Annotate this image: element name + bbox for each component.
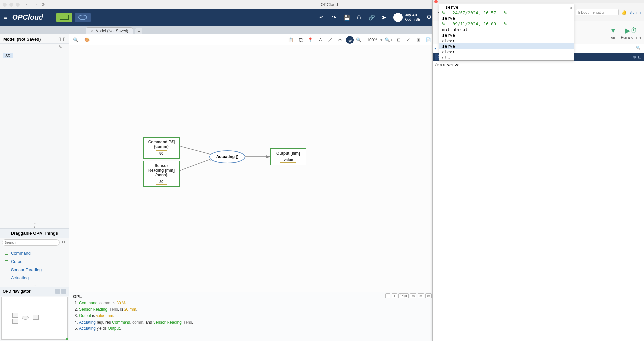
node-command-title: Command [%] {comm} (147, 140, 176, 149)
node-command[interactable]: Command [%] {comm} 80 (143, 137, 180, 159)
path-dropdown-icon[interactable]: ▾ (434, 46, 436, 51)
grid-icon[interactable]: ⊞ (414, 36, 422, 44)
history-line[interactable]: %-- 09/11/2024, 16:09 --% (439, 21, 574, 27)
collapse-handle-2[interactable]: ⌄ (0, 284, 69, 287)
close-dot[interactable] (3, 3, 7, 7)
minimap[interactable] (1, 297, 68, 340)
command-window[interactable]: fx >> (433, 61, 644, 341)
user-name: Joy Au (405, 13, 420, 17)
thing-item-output[interactable]: Output (0, 257, 69, 266)
palette-icon[interactable]: 🎨 (83, 36, 91, 44)
ribbon-on[interactable]: ▾ on (611, 26, 615, 39)
node-sensor[interactable]: Sensor Reading [mm] {sens} 20 (143, 161, 180, 187)
signin-link[interactable]: Sign In (630, 10, 641, 14)
node-sensor-title: Sensor Reading [mm] {sens} (147, 163, 176, 177)
history-line[interactable]: matlabroot (439, 27, 574, 32)
search-canvas-icon[interactable]: 🔍 (72, 36, 80, 44)
gear-icon[interactable]: ⚙ (426, 14, 432, 21)
panel-header-icons: ▯ ▯ (58, 36, 66, 42)
canvas[interactable]: Command [%] {comm} 80 Sensor Reading [mm… (69, 45, 435, 292)
model-tab[interactable]: × Model (Not Saved) (86, 27, 133, 34)
history-popup[interactable]: ⊗ –serve%-- 24/07/2024, 16:57 --%serve%-… (439, 4, 574, 61)
maximize-dot[interactable] (16, 3, 20, 7)
thing-item-actuating[interactable]: Actuating (0, 274, 69, 282)
link-icon[interactable]: 🔗 (368, 14, 375, 21)
history-line[interactable]: serve (439, 43, 574, 49)
history-line[interactable]: %-- 24/07/2024, 16:57 --% (439, 10, 574, 15)
opl-minus-button[interactable]: − (385, 293, 391, 298)
node-output-title: Output [mm] (274, 151, 302, 156)
tree-node-sd[interactable]: SD (3, 53, 13, 58)
thing-item-sensor-reading[interactable]: Sensor Reading (0, 266, 69, 274)
navigator-header: OPD Navigator (0, 287, 69, 296)
node-sensor-value[interactable]: 20 (156, 179, 167, 185)
close-tab-icon[interactable]: × (91, 29, 93, 33)
save-icon[interactable]: 💾 (343, 14, 350, 21)
history-line[interactable]: clear (439, 38, 574, 43)
node-command-value[interactable]: 80 (156, 150, 167, 156)
history-line[interactable]: serve (439, 32, 574, 38)
line-icon[interactable]: ／ (326, 36, 334, 44)
matlab-window: H... h Documentation 🔔 Sign In ▾ on ▶⏱ R… (432, 0, 644, 341)
run-icon[interactable]: ➤ (381, 14, 387, 21)
opl-plus-button[interactable]: + (392, 293, 397, 298)
hamburger-icon[interactable]: ≡ (3, 13, 8, 22)
saveas-icon[interactable]: ⎙ (356, 14, 362, 20)
draggable-section: Draggable OPM Things 👁 CommandOutputSens… (0, 228, 69, 284)
history-line[interactable]: serve (439, 15, 574, 21)
collapse-handle-1[interactable]: ⌃▴ (0, 223, 69, 228)
matlab-close-dot[interactable] (434, 0, 438, 3)
doc-search-input[interactable]: h Documentation (576, 9, 619, 15)
export-icon[interactable]: 📄 (424, 36, 432, 44)
object-tool-button[interactable] (56, 13, 72, 22)
history-line[interactable]: –serve (439, 4, 574, 10)
node-output-value[interactable]: value (280, 157, 296, 163)
minimize-dot[interactable] (9, 3, 13, 7)
ribbon-run-and-time[interactable]: ▶⏱ Run and Time (621, 26, 641, 39)
text-icon[interactable]: A (316, 36, 324, 44)
process-tool-button[interactable] (75, 13, 91, 22)
node-process[interactable]: Actuating () (209, 150, 245, 163)
rectangle-icon (5, 269, 8, 271)
navigator-section: OPD Navigator (0, 287, 69, 341)
cmd-header-icon-2[interactable]: ⊡ (638, 55, 641, 59)
opl-btn-1[interactable]: ▭ (410, 293, 416, 298)
reload-icon[interactable]: ⟳ (42, 2, 45, 7)
thing-item-command[interactable]: Command (0, 249, 69, 257)
back-icon[interactable]: ← (25, 2, 29, 7)
copy-icon[interactable]: 📋 (287, 36, 294, 44)
redo-icon[interactable]: ↷ (331, 14, 337, 21)
search-input[interactable] (2, 239, 60, 246)
zoom-in-icon[interactable]: 🔍+ (385, 36, 393, 44)
opl-fontsize[interactable]: 14px (398, 293, 409, 298)
add-tab-button[interactable]: + (135, 28, 142, 34)
opl-btn-2[interactable]: ▭ (418, 293, 424, 298)
rectangle-icon (60, 15, 69, 20)
eye-icon[interactable]: 👁 (62, 240, 67, 245)
image-icon[interactable]: 🖼 (296, 36, 304, 44)
tree-add-icon[interactable]: + (64, 44, 66, 50)
history-line[interactable]: clc (439, 55, 574, 60)
user-badge[interactable]: Joy Au OptimiSE (393, 13, 420, 22)
undo-icon[interactable]: ↶ (318, 14, 325, 21)
history-marker-icon: – (441, 5, 444, 10)
target-icon[interactable]: ◎ (346, 36, 354, 44)
panel-icon-2[interactable]: ▯ (63, 36, 66, 42)
command-input[interactable] (447, 62, 642, 67)
cut-icon[interactable]: ✂ (336, 36, 344, 44)
bell-icon[interactable]: 🔔 (621, 10, 627, 15)
check-icon[interactable]: ✓ (405, 36, 412, 44)
fx-icon[interactable]: fx (434, 63, 439, 67)
minimap-handle[interactable] (66, 338, 68, 340)
fit-icon[interactable]: ⊡ (395, 36, 403, 44)
cmd-header-icon-1[interactable]: ⊕ (633, 55, 636, 59)
history-line[interactable]: clear (439, 49, 574, 55)
zoom-level: 100% (366, 38, 378, 42)
pin-icon[interactable]: 📍 (306, 36, 314, 44)
tree-edit-icon[interactable]: ✎ (58, 44, 62, 50)
opl-btn-3[interactable]: ▭ (425, 293, 432, 298)
zoom-out-icon[interactable]: 🔍− (356, 36, 364, 44)
path-search-icon[interactable]: 🔍 (636, 46, 642, 52)
panel-icon-1[interactable]: ▯ (58, 36, 61, 42)
node-output[interactable]: Output [mm] value (270, 148, 306, 165)
